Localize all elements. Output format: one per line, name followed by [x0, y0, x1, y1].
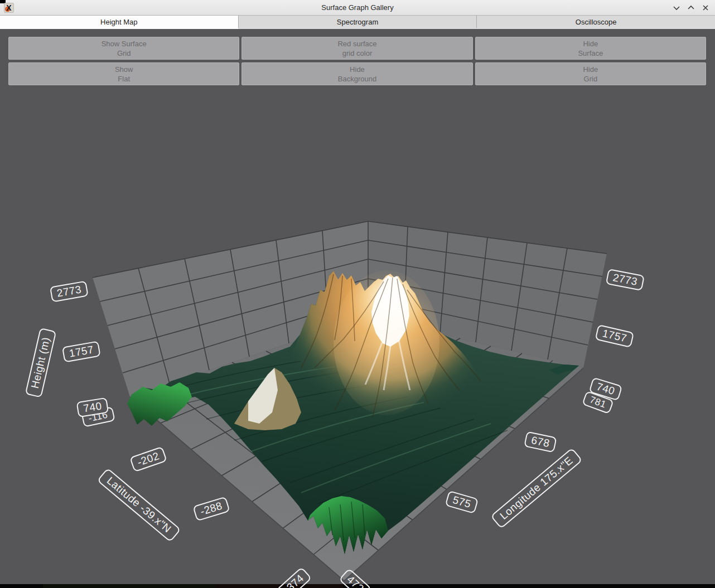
button-label: Background [338, 74, 376, 84]
red-surface-grid-color-button[interactable]: Red surface grid color [241, 37, 472, 60]
button-label: Hide [350, 65, 365, 74]
tab-spectrogram[interactable]: Spectrogram [239, 16, 477, 28]
button-label: Show [115, 65, 133, 74]
window-titlebar[interactable]: X Surface Graph Gallery [0, 0, 715, 16]
hide-surface-button[interactable]: Hide Surface [475, 37, 706, 60]
button-label: Hide [583, 65, 598, 74]
screen: { "window": { "title": "Surface Graph Ga… [0, 0, 715, 588]
tab-bar: Height Map Spectrogram Oscilloscope [0, 16, 715, 28]
button-label: Surface [578, 48, 603, 58]
button-label: Show Surface [102, 39, 147, 48]
button-label: grid color [342, 48, 372, 58]
hide-grid-button[interactable]: Hide Grid [475, 62, 706, 85]
minimize-icon[interactable] [673, 4, 680, 12]
height-map-pane: Show Surface Grid Red surface grid color… [0, 29, 715, 584]
button-label: Grid [117, 48, 131, 58]
button-label: Red surface [337, 39, 376, 48]
button-label: Flat [118, 74, 130, 84]
hide-background-button[interactable]: Hide Background [241, 62, 472, 85]
button-label: Hide [583, 39, 598, 48]
maximize-icon[interactable] [687, 4, 695, 12]
tab-height-map[interactable]: Height Map [0, 16, 239, 28]
close-icon[interactable] [702, 4, 709, 12]
surface-plot-3d[interactable] [0, 29, 715, 584]
tab-oscilloscope[interactable]: Oscilloscope [477, 16, 715, 28]
toolbar: Show Surface Grid Red surface grid color… [8, 37, 706, 85]
show-flat-button[interactable]: Show Flat [8, 62, 239, 85]
window-title: Surface Graph Gallery [0, 3, 715, 12]
window-controls [673, 0, 709, 16]
show-surface-grid-button[interactable]: Show Surface Grid [8, 37, 239, 60]
button-label: Grid [584, 74, 598, 84]
